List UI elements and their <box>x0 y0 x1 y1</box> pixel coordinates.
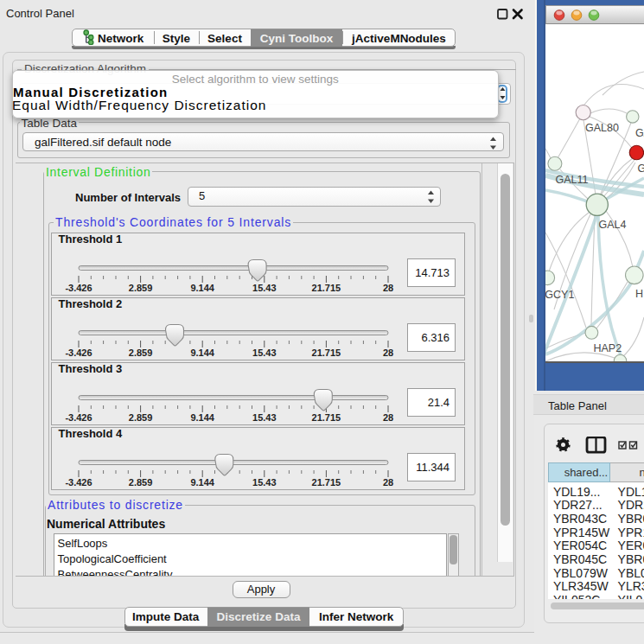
svg-text:9.144: 9.144 <box>190 412 214 423</box>
svg-text:-3.426: -3.426 <box>65 412 92 423</box>
svg-text:9.144: 9.144 <box>190 283 214 293</box>
svg-text:H: H <box>635 288 643 300</box>
svg-text:28: 28 <box>382 348 392 358</box>
svg-text:GAL80: GAL80 <box>585 122 619 134</box>
svg-text:21.715: 21.715 <box>311 412 341 423</box>
svg-text:15.43: 15.43 <box>252 477 277 488</box>
svg-text:2.859: 2.859 <box>128 348 152 358</box>
svg-text:28: 28 <box>382 283 392 293</box>
svg-text:21.715: 21.715 <box>311 283 341 293</box>
svg-text:9.144: 9.144 <box>190 348 214 358</box>
svg-text:15.43: 15.43 <box>252 412 277 423</box>
svg-text:15.43: 15.43 <box>252 283 277 293</box>
svg-text:-3.426: -3.426 <box>65 477 92 488</box>
svg-text:-3.426: -3.426 <box>65 283 92 293</box>
svg-text:21.715: 21.715 <box>311 348 341 358</box>
svg-text:28: 28 <box>382 477 392 488</box>
svg-text:2.859: 2.859 <box>128 477 152 488</box>
svg-text:GCY1: GCY1 <box>545 289 574 301</box>
svg-text:GAL4: GAL4 <box>599 219 627 231</box>
svg-text:21.715: 21.715 <box>311 477 341 488</box>
svg-text:15.43: 15.43 <box>252 348 277 358</box>
svg-text:2.859: 2.859 <box>128 412 152 423</box>
svg-text:9.144: 9.144 <box>190 477 214 488</box>
svg-text:GA: GA <box>635 127 644 139</box>
svg-text:GAL11: GAL11 <box>556 174 589 186</box>
svg-text:G: G <box>638 163 644 175</box>
svg-text:2.859: 2.859 <box>128 283 152 293</box>
svg-text:-3.426: -3.426 <box>65 348 92 358</box>
svg-text:28: 28 <box>382 412 392 423</box>
svg-text:HAP2: HAP2 <box>594 342 622 354</box>
